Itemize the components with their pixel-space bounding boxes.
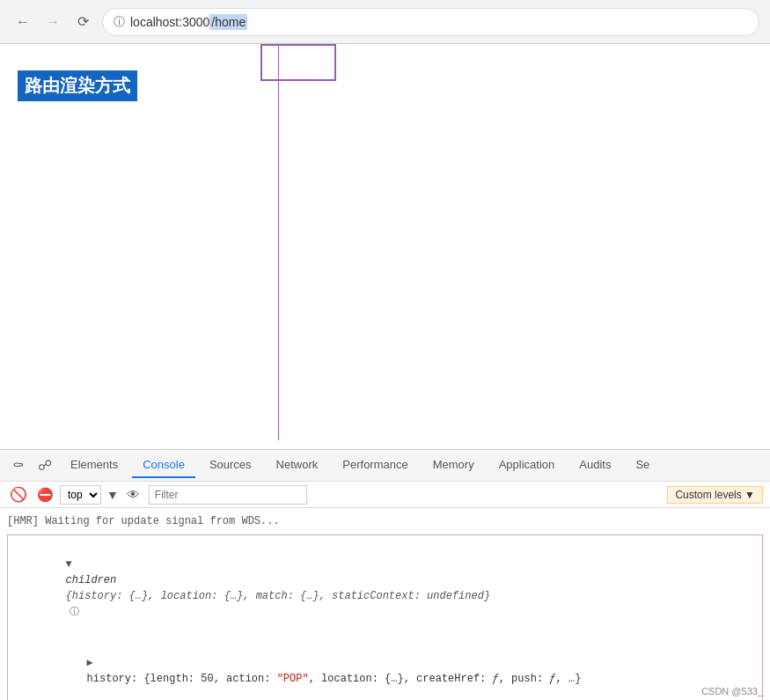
filter-input[interactable]	[149, 485, 307, 505]
block1-header-text: children	[66, 574, 123, 586]
hmr-line: [HMR] Waiting for update signal from WDS…	[7, 512, 763, 531]
console-block-1: ▼ children {history: {…}, location: {…},…	[7, 534, 763, 700]
reload-button[interactable]: ⟳	[70, 10, 95, 34]
footer-watermark: CSDN @533_	[701, 686, 763, 696]
tab-memory[interactable]: Memory	[422, 453, 485, 478]
tab-sources[interactable]: Sources	[199, 453, 262, 478]
back-button[interactable]: ←	[11, 10, 35, 34]
custom-levels-button[interactable]: Custom levels ▼	[667, 486, 763, 504]
block1-object-preview: {history: {…}, location: {…}, match: {…}…	[66, 590, 490, 602]
devtools-toolbar: ⚰ ☍ Elements Console Sources Network Per…	[0, 450, 770, 482]
tab-performance[interactable]: Performance	[332, 453, 418, 478]
device-toolbar-button[interactable]: ☍	[33, 454, 56, 477]
browser-chrome: ← → ⟳ ⓘ localhost:3000/home	[0, 0, 770, 44]
block1-line1-text: history: {length: 50, action: "POP", loc…	[87, 673, 582, 685]
tab-more[interactable]: Se	[625, 453, 660, 478]
console-output: [HMR] Waiting for update signal from WDS…	[0, 508, 770, 700]
block1-header: ▼ children {history: {…}, location: {…},…	[15, 539, 755, 637]
clear-console-button[interactable]: 🚫	[7, 483, 30, 506]
tab-network[interactable]: Network	[266, 453, 329, 478]
devtools-panel: ⚰ ☍ Elements Console Sources Network Per…	[0, 449, 770, 700]
page-title: 路由渲染方式	[18, 70, 137, 101]
address-url: localhost:3000/home	[130, 15, 247, 29]
tab-console[interactable]: Console	[132, 453, 195, 478]
expand-icon[interactable]: ▼	[66, 556, 77, 572]
page-content: 路由渲染方式	[0, 44, 770, 405]
tab-audits[interactable]: Audits	[568, 453, 621, 478]
address-bar[interactable]: ⓘ localhost:3000/home	[102, 8, 759, 36]
nav-buttons: ← → ⟳	[11, 10, 95, 34]
context-select[interactable]: top	[60, 485, 101, 505]
tab-elements[interactable]: Elements	[60, 453, 128, 478]
expand-icon-history[interactable]: ▶	[87, 655, 98, 671]
block1-line1: ▶ history: {length: 50, action: "POP", l…	[36, 637, 755, 700]
tab-application[interactable]: Application	[488, 453, 566, 478]
info-icon: ⓘ	[70, 607, 79, 617]
dropdown-arrow-icon: ▼	[106, 488, 119, 502]
toggle-filter-button[interactable]: ⛔	[35, 485, 55, 505]
console-toolbar: 🚫 ⛔ top ▼ 👁 Custom levels ▼	[0, 482, 770, 508]
forward-button[interactable]: →	[40, 10, 65, 34]
eye-button[interactable]: 👁	[124, 485, 143, 505]
lock-icon: ⓘ	[114, 14, 125, 30]
inspect-element-button[interactable]: ⚰	[7, 454, 30, 477]
